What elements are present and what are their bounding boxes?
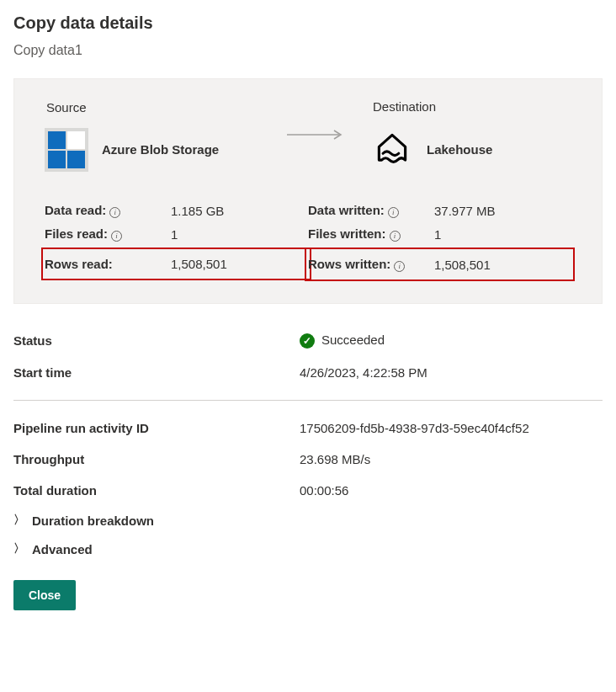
panel-title: Copy data details <box>13 13 603 33</box>
total-duration-value: 00:00:56 <box>300 483 348 498</box>
rows-written-highlight: Rows written:i 1,508,501 <box>305 248 575 281</box>
source-metrics: Data read:i 1.185 GB Files read:i 1 Rows… <box>45 199 308 283</box>
info-icon[interactable]: i <box>111 231 122 242</box>
rows-read-value: 1,508,501 <box>171 257 227 271</box>
run-details: Status ✓Succeeded Start time 4/26/2023, … <box>13 324 603 563</box>
activity-id-value: 17506209-fd5b-4938-97d3-59ec40f4cf52 <box>300 421 529 435</box>
copy-summary-card: Source Azure Blob Storage Destination <box>13 78 603 304</box>
source-service-name: Azure Blob Storage <box>102 142 219 157</box>
activity-id-label: Pipeline run activity ID <box>13 421 300 435</box>
files-written-label: Files written: <box>308 226 386 241</box>
close-button[interactable]: Close <box>13 580 76 610</box>
arrow-icon <box>287 129 346 142</box>
rows-written-value: 1,508,501 <box>434 258 491 272</box>
files-written-value: 1 <box>434 227 441 242</box>
info-icon[interactable]: i <box>390 231 401 242</box>
data-written-label: Data written: <box>308 203 385 217</box>
status-value: Succeeded <box>321 333 385 347</box>
lakehouse-icon <box>371 127 413 172</box>
total-duration-label: Total duration <box>13 483 300 498</box>
duration-breakdown-expander[interactable]: 〉 Duration breakdown <box>13 506 603 535</box>
info-icon[interactable]: i <box>388 207 399 218</box>
destination-service-name: Lakehouse <box>427 142 492 157</box>
data-read-value: 1.185 GB <box>171 204 224 218</box>
info-icon[interactable]: i <box>109 207 120 218</box>
success-icon: ✓ <box>300 333 315 349</box>
destination-section-label: Destination <box>373 99 571 114</box>
rows-written-label: Rows written: <box>308 257 390 271</box>
chevron-right-icon: 〉 <box>13 541 25 556</box>
throughput-value: 23.698 MB/s <box>300 452 370 466</box>
duration-breakdown-label: Duration breakdown <box>32 514 154 528</box>
status-label: Status <box>13 333 300 348</box>
blob-storage-icon <box>45 128 88 172</box>
rows-read-label: Rows read: <box>45 257 171 271</box>
divider <box>13 400 603 401</box>
advanced-label: Advanced <box>32 542 93 556</box>
chevron-right-icon: 〉 <box>13 513 25 528</box>
files-read-label: Files read: <box>45 226 108 241</box>
throughput-label: Throughput <box>13 452 300 466</box>
destination-metrics: Data written:i 37.977 MB Files written:i… <box>308 199 571 283</box>
rows-read-highlight: Rows read: 1,508,501 <box>41 248 311 280</box>
info-icon[interactable]: i <box>394 261 405 272</box>
source-section-label: Source <box>46 100 245 114</box>
start-time-value: 4/26/2023, 4:22:58 PM <box>300 365 427 380</box>
data-written-value: 37.977 MB <box>434 204 496 218</box>
start-time-label: Start time <box>13 365 300 380</box>
data-read-label: Data read: <box>45 203 106 217</box>
files-read-value: 1 <box>171 227 178 242</box>
activity-name: Copy data1 <box>13 43 603 58</box>
advanced-expander[interactable]: 〉 Advanced <box>13 535 603 563</box>
